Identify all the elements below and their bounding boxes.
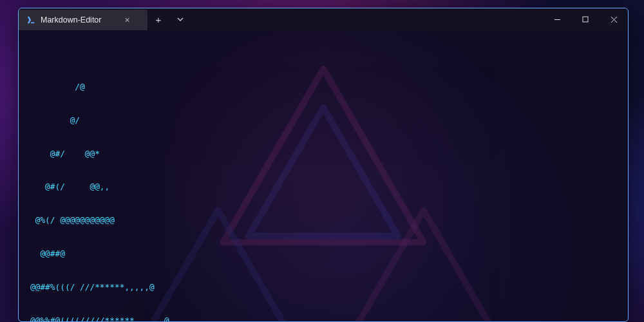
titlebar: Markdown-Editor × + (19, 8, 628, 30)
tab-title: Markdown-Editor (41, 15, 101, 24)
chevron-down-icon (177, 16, 184, 23)
ascii-art-line: @%(/ @@@@@@@@@@@ (30, 214, 616, 225)
tab-close-icon[interactable]: × (124, 15, 129, 25)
ascii-art-line: @@%%#@((((/////******,,,,,,@ (30, 315, 616, 321)
tab-dropdown-button[interactable] (169, 8, 191, 30)
ascii-art-line: @@##%(((/ ///******,,,,,@ (30, 281, 616, 292)
svg-rect-1 (583, 17, 588, 22)
new-tab-button[interactable]: + (147, 8, 169, 30)
ascii-art-line: /@ (30, 81, 616, 92)
minimize-button[interactable] (543, 8, 571, 30)
ascii-art-line: @#/ @@* (30, 148, 616, 159)
terminal-window: Markdown-Editor × + /@ @/ @#/ @@* @#( (18, 8, 629, 322)
maximize-button[interactable] (571, 8, 600, 30)
powershell-icon (26, 15, 35, 24)
close-window-button[interactable] (600, 8, 628, 30)
terminal-body[interactable]: /@ @/ @#/ @@* @#(/ @@,, @%(/ @@@@@@@@@@@… (19, 30, 628, 321)
ascii-art-line: @@##@ (30, 248, 616, 259)
ascii-art-line: @#(/ @@,, (30, 181, 616, 192)
ascii-art-line: @/ (30, 115, 616, 126)
tab-markdown-editor[interactable]: Markdown-Editor × (19, 10, 147, 30)
background-triangles (19, 30, 628, 321)
